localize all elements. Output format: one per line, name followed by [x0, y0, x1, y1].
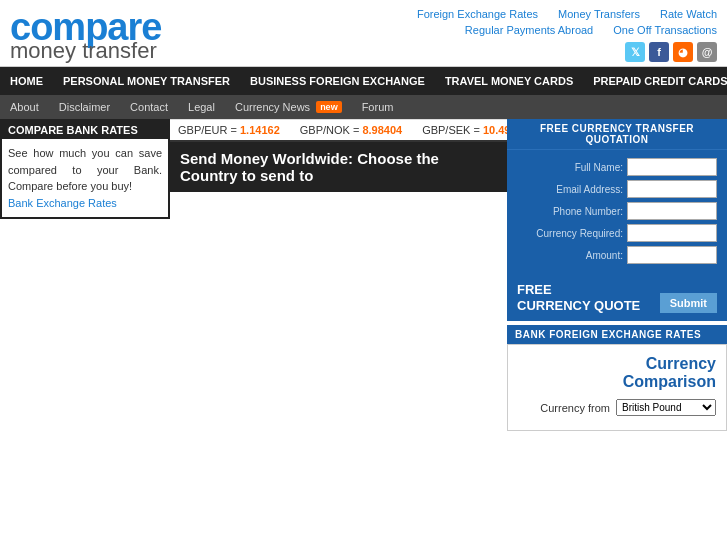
right-column: FREE CURRENCY TRANSFER QUOTATION Full Na… — [507, 119, 727, 431]
form-row-amount: Amount: — [517, 246, 717, 264]
nav-prepaid[interactable]: PREPAID CREDIT CARDS — [583, 67, 727, 95]
quotation-box: FREE CURRENCY TRANSFER QUOTATION Full Na… — [507, 119, 727, 321]
amount-label: Amount: — [533, 250, 623, 261]
ticker-row: GBP/EUR = 1.14162 GBP/NOK = 8.98404 GBP/… — [170, 119, 507, 142]
ticker: GBP/EUR = 1.14162 GBP/NOK = 8.98404 GBP/… — [170, 119, 507, 142]
fullname-label: Full Name: — [533, 162, 623, 173]
rss-icon[interactable]: ◕ — [673, 42, 693, 62]
phone-label: Phone Number: — [533, 206, 623, 217]
center-column: GBP/EUR = 1.14162 GBP/NOK = 8.98404 GBP/… — [170, 119, 507, 431]
cc-title-line2: Comparison — [623, 373, 716, 390]
nav-home[interactable]: HOME — [0, 67, 53, 95]
ticker-gbpnok-value: 8.98404 — [362, 124, 402, 136]
subnav-currency-news[interactable]: Currency News new — [225, 95, 352, 119]
form-row-fullname: Full Name: — [517, 158, 717, 176]
subnav-contact[interactable]: Contact — [120, 95, 178, 119]
quotation-title: FREE CURRENCY TRANSFER QUOTATION — [507, 119, 727, 150]
header-links-row2: Regular Payments Abroad One Off Transact… — [417, 24, 717, 36]
main-nav: HOME PERSONAL MONEY TRANSFER BUSINESS FO… — [0, 67, 727, 95]
header-links: Foreign Exchange Rates Money Transfers R… — [417, 8, 717, 62]
sub-nav: About Disclaimer Contact Legal Currency … — [0, 95, 727, 119]
regular-payments-link[interactable]: Regular Payments Abroad — [465, 24, 593, 36]
social-icons: 𝕏 f ◕ @ — [417, 42, 717, 62]
currency-label: Currency Required: — [533, 228, 623, 239]
header: compare money transfer Foreign Exchange … — [0, 0, 727, 67]
ticker-gbpnok: GBP/NOK = 8.98404 — [300, 124, 402, 136]
cc-currency-from-row: Currency from British Pound US Dollar Eu… — [518, 399, 716, 416]
money-transfers-link[interactable]: Money Transfers — [558, 8, 640, 20]
twitter-icon[interactable]: 𝕏 — [625, 42, 645, 62]
free-text-line1: FREE — [517, 282, 552, 297]
subnav-forum[interactable]: Forum — [352, 95, 404, 119]
foreign-exchange-link[interactable]: Foreign Exchange Rates — [417, 8, 538, 20]
page-wrapper: compare money transfer Foreign Exchange … — [0, 0, 727, 431]
ticker-gbpeur: GBP/EUR = 1.14162 — [178, 124, 280, 136]
form-row-email: Email Address: — [517, 180, 717, 198]
free-quote-section: FREE CURRENCY QUOTE Submit — [507, 276, 727, 321]
fullname-input[interactable] — [627, 158, 717, 176]
compare-box-title: COMPARE BANK RATES — [2, 121, 168, 139]
facebook-icon[interactable]: f — [649, 42, 669, 62]
cc-currency-from-label: Currency from — [540, 402, 610, 414]
currency-input[interactable] — [627, 224, 717, 242]
compare-box-body: See how much you can save compared to yo… — [2, 139, 168, 217]
cc-title: Currency Comparison — [518, 355, 716, 391]
subnav-disclaimer[interactable]: Disclaimer — [49, 95, 120, 119]
email-input[interactable] — [627, 180, 717, 198]
one-off-link[interactable]: One Off Transactions — [613, 24, 717, 36]
main-row: COMPARE BANK RATES See how much you can … — [0, 119, 727, 431]
logo-sub: money transfer — [10, 40, 161, 62]
ticker-gbpsek: GBP/SEK = 10.4907 — [422, 124, 507, 136]
ticker-gbpsek-label: GBP/SEK = — [422, 124, 480, 136]
header-links-row1: Foreign Exchange Rates Money Transfers R… — [417, 8, 717, 20]
nav-personal[interactable]: PERSONAL MONEY TRANSFER — [53, 67, 240, 95]
submit-button[interactable]: Submit — [660, 293, 717, 313]
rate-watch-link[interactable]: Rate Watch — [660, 8, 717, 20]
free-text-line2: CURRENCY QUOTE — [517, 298, 640, 313]
bank-exchange-rates-link[interactable]: Bank Exchange Rates — [8, 197, 117, 209]
compare-box-text: See how much you can save compared to yo… — [8, 147, 162, 192]
logo-area: compare money transfer — [10, 8, 161, 62]
cc-title-line1: Currency — [646, 355, 716, 372]
ticker-gbpnok-label: GBP/NOK = — [300, 124, 360, 136]
form-row-currency: Currency Required: — [517, 224, 717, 242]
nav-business[interactable]: BUSINESS FOREIGN EXCHANGE — [240, 67, 435, 95]
email-label: Email Address: — [533, 184, 623, 195]
phone-input[interactable] — [627, 202, 717, 220]
subnav-about[interactable]: About — [0, 95, 49, 119]
amount-input[interactable] — [627, 246, 717, 264]
ticker-gbpeur-value: 1.14162 — [240, 124, 280, 136]
cc-currency-from-select[interactable]: British Pound US Dollar Euro Australian … — [616, 399, 716, 416]
bank-rates-title: BANK FOREIGN EXCHANGE RATES — [507, 325, 727, 344]
ticker-gbpeur-label: GBP/EUR = — [178, 124, 237, 136]
left-column: COMPARE BANK RATES See how much you can … — [0, 119, 170, 431]
subnav-legal[interactable]: Legal — [178, 95, 225, 119]
email-icon[interactable]: @ — [697, 42, 717, 62]
form-row-phone: Phone Number: — [517, 202, 717, 220]
currency-comparison: Currency Comparison Currency from Britis… — [507, 344, 727, 431]
send-money-header: Send Money Worldwide: Choose the Country… — [170, 142, 507, 192]
ticker-gbpsek-value: 10.4907 — [483, 124, 507, 136]
compare-box: COMPARE BANK RATES See how much you can … — [0, 119, 170, 219]
quotation-form: Full Name: Email Address: Phone Number: … — [507, 150, 727, 276]
nav-travel-cards[interactable]: TRAVEL MONEY CARDS — [435, 67, 583, 95]
new-badge: new — [316, 101, 342, 113]
